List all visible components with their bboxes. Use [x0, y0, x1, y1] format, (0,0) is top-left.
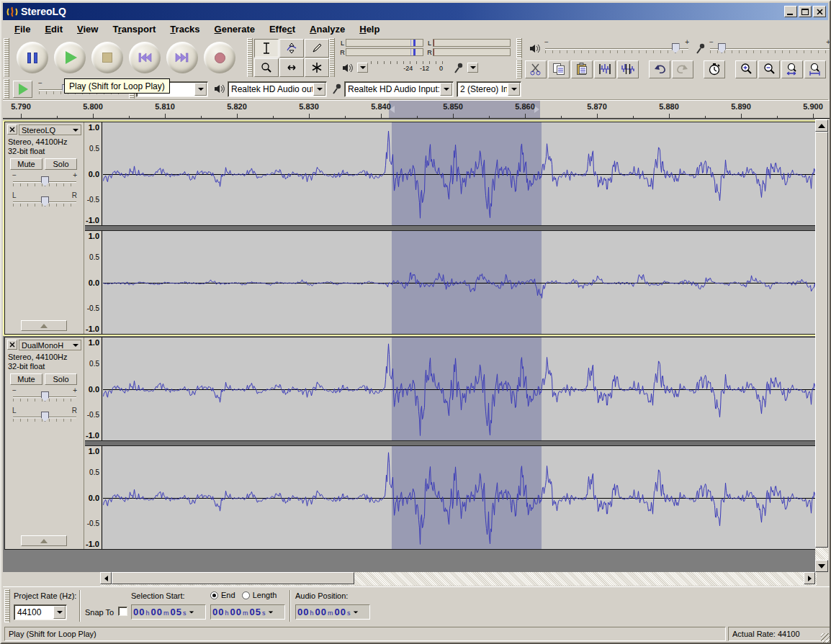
- waveform-channel[interactable]: 1.00.50.0-0.5-1.0: [85, 231, 816, 334]
- combo-dropdown-button[interactable]: [508, 83, 520, 96]
- recording-meter-dropdown[interactable]: [467, 63, 478, 73]
- paste-button[interactable]: [571, 60, 593, 78]
- length-radio[interactable]: [242, 591, 250, 599]
- project-rate-combo[interactable]: 44100: [14, 604, 67, 620]
- waveform-channel[interactable]: 1.00.50.0-0.5-1.0: [85, 122, 816, 225]
- playback-meter-dropdown[interactable]: [357, 63, 368, 73]
- maximize-button[interactable]: [799, 6, 812, 17]
- silence-audio-button[interactable]: [617, 60, 639, 78]
- zoom-in-button[interactable]: [735, 60, 757, 78]
- vertical-scrollbar-thumb[interactable]: [815, 132, 828, 548]
- recording-meter[interactable]: L R: [426, 38, 511, 57]
- chevron-down-icon[interactable]: [354, 611, 358, 613]
- scroll-down-button[interactable]: [815, 560, 828, 572]
- solo-button[interactable]: Solo: [45, 373, 77, 385]
- playback-meter[interactable]: L R: [339, 38, 423, 57]
- channel-separator[interactable]: [85, 440, 816, 446]
- toolbar-grip[interactable]: [4, 38, 9, 77]
- gain-slider[interactable]: −+: [11, 173, 78, 190]
- skip-to-end-button[interactable]: [166, 42, 198, 73]
- sync-lock-tracks-button[interactable]: [704, 60, 725, 78]
- toolbar-grip[interactable]: [516, 38, 522, 58]
- input-volume-slider[interactable]: −+: [708, 40, 831, 57]
- envelope-tool-button[interactable]: [279, 39, 304, 58]
- menu-item-view[interactable]: View: [70, 22, 105, 36]
- mute-button[interactable]: Mute: [10, 373, 42, 385]
- selection-end-field[interactable]: 00h00m05s: [210, 604, 285, 620]
- output-volume-slider[interactable]: −+: [543, 40, 691, 57]
- timeline-ruler[interactable]: 5.7905.8005.8105.8205.8305.8405.8505.860…: [3, 100, 831, 119]
- scroll-right-button[interactable]: [804, 572, 815, 584]
- output-device-combo[interactable]: Realtek HD Audio outpu: [228, 81, 327, 97]
- menu-item-file[interactable]: File: [7, 22, 37, 36]
- waveform-channel[interactable]: 1.00.50.0-0.5-1.0: [85, 446, 816, 549]
- toolbar-grip[interactable]: [4, 79, 9, 99]
- zoom-tool-button[interactable]: [254, 58, 279, 77]
- stop-button[interactable]: [91, 42, 123, 73]
- pan-slider[interactable]: LR: [11, 408, 78, 425]
- vertical-scale-ruler[interactable]: 1.00.50.0-0.5-1.0: [85, 122, 102, 225]
- fit-selection-button[interactable]: [781, 60, 803, 78]
- scroll-left-button[interactable]: [100, 572, 112, 584]
- input-device-combo[interactable]: Realtek HD Audio Input:: [344, 81, 454, 97]
- track-title-menu[interactable]: DualMonoH: [19, 340, 81, 350]
- vertical-scale-ruler[interactable]: 1.00.50.0-0.5-1.0: [85, 337, 102, 440]
- menu-item-tracks[interactable]: Tracks: [163, 22, 207, 36]
- title-bar[interactable]: StereoLQ: [3, 3, 828, 20]
- trim-audio-button[interactable]: [594, 60, 616, 78]
- channel-separator[interactable]: [85, 225, 816, 231]
- solo-button[interactable]: Solo: [45, 158, 77, 170]
- close-button[interactable]: [813, 6, 826, 17]
- collapse-track-button[interactable]: [21, 320, 67, 331]
- end-radio[interactable]: [210, 591, 218, 599]
- vertical-scale-ruler[interactable]: 1.00.50.0-0.5-1.0: [85, 231, 102, 334]
- toolbar-grip[interactable]: [4, 589, 10, 622]
- combo-dropdown-button[interactable]: [194, 83, 207, 96]
- draw-tool-button[interactable]: [305, 39, 329, 58]
- combo-dropdown-button[interactable]: [313, 83, 325, 96]
- resize-grip[interactable]: [821, 633, 830, 643]
- selection-tool-button[interactable]: [254, 39, 279, 58]
- collapse-track-button[interactable]: [21, 535, 67, 546]
- input-channels-combo[interactable]: 2 (Stereo) Inp: [457, 81, 521, 97]
- scroll-up-button[interactable]: [815, 119, 828, 132]
- chevron-down-icon[interactable]: [269, 611, 273, 613]
- track-close-button[interactable]: [7, 340, 17, 350]
- record-button[interactable]: [204, 42, 235, 73]
- cut-button[interactable]: [525, 60, 547, 78]
- menu-item-effect[interactable]: Effect: [262, 22, 302, 36]
- gain-slider[interactable]: −+: [11, 388, 78, 405]
- toolbar-grip[interactable]: [247, 38, 253, 77]
- vertical-scrollbar[interactable]: [815, 119, 828, 572]
- combo-dropdown-button[interactable]: [440, 83, 452, 96]
- audio-position-field[interactable]: 00h00m00s: [295, 604, 370, 620]
- pause-button[interactable]: [17, 42, 48, 73]
- selection-start-field[interactable]: 00h00m05s: [131, 604, 206, 620]
- minimize-button[interactable]: [784, 6, 797, 17]
- horizontal-scrollbar[interactable]: [100, 572, 817, 586]
- menu-item-generate[interactable]: Generate: [207, 22, 262, 36]
- mute-button[interactable]: Mute: [10, 158, 42, 170]
- horizontal-scrollbar-thumb[interactable]: [112, 572, 354, 584]
- zoom-out-button[interactable]: [758, 60, 780, 78]
- vertical-scale-ruler[interactable]: 1.00.50.0-0.5-1.0: [85, 446, 102, 549]
- pan-slider[interactable]: LR: [11, 193, 78, 210]
- redo-button[interactable]: [672, 60, 693, 78]
- fit-project-button[interactable]: [804, 60, 826, 78]
- waveform-channel[interactable]: 1.00.50.0-0.5-1.0: [85, 337, 816, 440]
- menu-item-analyze[interactable]: Analyze: [302, 22, 352, 36]
- track-close-button[interactable]: [7, 124, 17, 135]
- time-shift-tool-button[interactable]: [279, 58, 304, 77]
- chevron-down-icon[interactable]: [189, 611, 194, 613]
- menu-item-help[interactable]: Help: [352, 22, 387, 36]
- snap-to-checkbox[interactable]: [118, 607, 127, 616]
- toolbar-grip[interactable]: [329, 38, 335, 77]
- menu-item-transport[interactable]: Transport: [105, 22, 163, 36]
- track-title-menu[interactable]: StereoLQ: [19, 124, 81, 135]
- skip-to-start-button[interactable]: [129, 42, 161, 73]
- toolbar-grip[interactable]: [516, 60, 522, 78]
- combo-dropdown-button[interactable]: [53, 606, 66, 619]
- menu-item-edit[interactable]: Edit: [37, 22, 70, 36]
- copy-button[interactable]: [548, 60, 570, 78]
- undo-button[interactable]: [649, 60, 670, 78]
